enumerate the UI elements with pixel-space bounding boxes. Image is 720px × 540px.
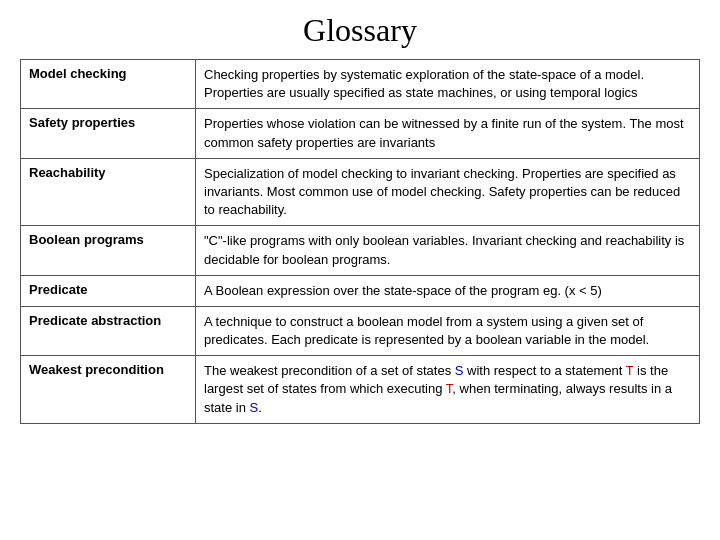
definition-cell: A technique to construct a boolean model… [196, 306, 700, 355]
table-row: Weakest preconditionThe weakest precondi… [21, 356, 700, 424]
table-row: Predicate abstractionA technique to cons… [21, 306, 700, 355]
term-cell: Model checking [21, 60, 196, 109]
definition-cell: Checking properties by systematic explor… [196, 60, 700, 109]
term-cell: Predicate [21, 275, 196, 306]
table-row: Safety propertiesProperties whose violat… [21, 109, 700, 158]
table-row: Model checkingChecking properties by sys… [21, 60, 700, 109]
term-cell: Weakest precondition [21, 356, 196, 424]
definition-cell: "C"-like programs with only boolean vari… [196, 226, 700, 275]
term-cell: Boolean programs [21, 226, 196, 275]
page-title: Glossary [0, 0, 720, 59]
table-row: Boolean programs"C"-like programs with o… [21, 226, 700, 275]
definition-cell: The weakest precondition of a set of sta… [196, 356, 700, 424]
glossary-table: Model checkingChecking properties by sys… [20, 59, 700, 424]
term-cell: Reachability [21, 158, 196, 226]
definition-cell: Specialization of model checking to inva… [196, 158, 700, 226]
term-cell: Predicate abstraction [21, 306, 196, 355]
table-row: ReachabilitySpecialization of model chec… [21, 158, 700, 226]
definition-cell: Properties whose violation can be witnes… [196, 109, 700, 158]
definition-cell: A Boolean expression over the state-spac… [196, 275, 700, 306]
table-row: PredicateA Boolean expression over the s… [21, 275, 700, 306]
term-cell: Safety properties [21, 109, 196, 158]
